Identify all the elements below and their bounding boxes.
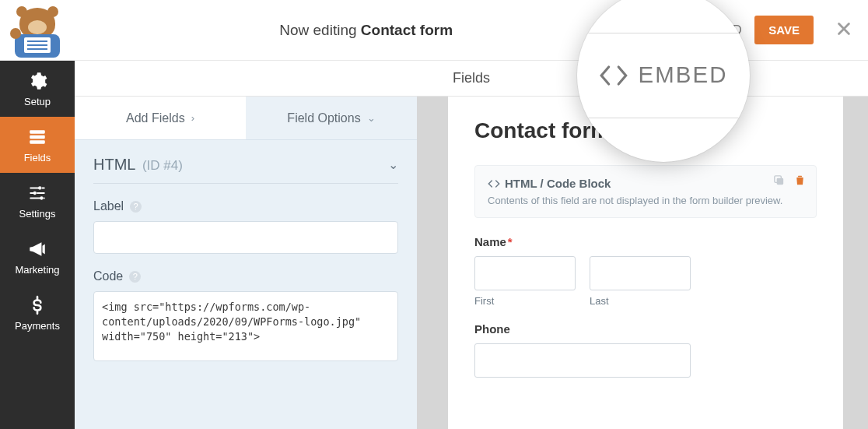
html-code-block[interactable]: HTML / Code Block Contents of this field… (474, 165, 817, 218)
tabs: Add Fields › Field Options ⌄ (75, 97, 417, 140)
sidenav: Setup Fields Settings Marketing Payments (0, 61, 75, 429)
label-heading: Label ? (93, 199, 398, 213)
field-options-panel: HTML (ID #4) ⌄ Label ? (75, 140, 417, 386)
svg-rect-4 (30, 140, 45, 143)
list-icon (27, 127, 47, 147)
gutter-left (417, 97, 448, 429)
sidenav-item-setup[interactable]: Setup (0, 61, 75, 117)
code-textarea[interactable] (93, 291, 398, 361)
gutter-right (843, 97, 868, 429)
duplicate-icon[interactable] (772, 174, 786, 187)
code-text: Code (93, 269, 123, 283)
phone-label: Phone (474, 322, 817, 336)
close-icon (835, 20, 852, 37)
sidenav-label: Settings (19, 208, 56, 220)
first-name-input[interactable] (474, 256, 576, 290)
required-mark: * (508, 235, 513, 248)
sidenav-label: Payments (15, 320, 60, 332)
trash-icon[interactable] (793, 174, 807, 187)
sidenav-label: Marketing (15, 264, 59, 276)
block-actions (772, 174, 807, 187)
editing-prefix: Now editing (279, 22, 361, 38)
chevron-down-icon: ⌄ (367, 112, 376, 124)
svg-point-6 (33, 191, 37, 194)
close-button[interactable] (835, 20, 852, 40)
save-button[interactable]: SAVE (754, 16, 814, 44)
sliders-icon (27, 183, 47, 203)
label-input[interactable] (93, 221, 398, 254)
svg-point-7 (40, 196, 43, 199)
label-text: Label (93, 199, 124, 213)
code-icon (488, 178, 500, 190)
sidenav-item-marketing[interactable]: Marketing (0, 229, 75, 285)
phone-field-row: Phone (474, 322, 817, 378)
label-field-group: Label ? (93, 199, 398, 254)
first-sublabel: First (474, 295, 576, 307)
svg-point-5 (38, 186, 41, 189)
name-inputs: First Last (474, 256, 817, 307)
svg-rect-8 (777, 178, 784, 185)
tab-label: Add Fields (126, 111, 185, 125)
columns: Add Fields › Field Options ⌄ HTML (ID #4… (75, 97, 868, 429)
bear-logo-illustration (7, 6, 68, 55)
help-icon[interactable]: ? (129, 271, 141, 283)
block-id: (ID #4) (142, 158, 183, 173)
gear-icon (27, 71, 47, 91)
sidenav-item-payments[interactable]: Payments (0, 285, 75, 341)
sidenav-item-fields[interactable]: Fields (0, 117, 75, 173)
magnifier-text: EMBED (639, 62, 728, 89)
tab-add-fields[interactable]: Add Fields › (75, 97, 246, 139)
help-icon[interactable]: ? (130, 201, 142, 213)
code-field-group: Code ? (93, 269, 398, 364)
sidenav-label: Setup (24, 96, 51, 107)
code-heading: Code ? (93, 269, 398, 283)
tab-label: Field Options (287, 111, 360, 125)
html-block-desc: Contents of this field are not displayed… (488, 195, 803, 206)
tab-field-options[interactable]: Field Options ⌄ (246, 97, 417, 139)
sidenav-item-settings[interactable]: Settings (0, 173, 75, 229)
fields-header-text: Fields (453, 70, 490, 86)
panel: Fields Add Fields › Field Options ⌄ (75, 61, 868, 429)
sidenav-label: Fields (24, 152, 51, 164)
chevron-down-icon: ⌄ (388, 157, 398, 172)
svg-rect-3 (30, 135, 45, 138)
last-sublabel: Last (590, 295, 691, 307)
options-header[interactable]: HTML (ID #4) ⌄ (93, 156, 398, 184)
dollar-icon (27, 295, 47, 315)
name-field-row: Name* First Last (474, 235, 817, 307)
html-block-title-text: HTML / Code Block (505, 177, 611, 190)
code-icon (599, 61, 628, 90)
phone-input[interactable] (474, 343, 691, 378)
name-label-text: Name (474, 235, 506, 248)
save-label: SAVE (768, 23, 800, 37)
chevron-right-icon: › (191, 112, 194, 124)
last-name-input[interactable] (590, 256, 691, 290)
megaphone-icon (27, 239, 47, 259)
app-logo (0, 0, 75, 61)
editing-title: Now editing Contact form (75, 22, 657, 39)
svg-rect-2 (30, 130, 45, 133)
name-label: Name* (474, 235, 817, 248)
html-block-title: HTML / Code Block (488, 177, 803, 190)
left-column: Add Fields › Field Options ⌄ HTML (ID #4… (75, 97, 417, 429)
block-type-name: HTML (93, 156, 135, 173)
editing-form-name: Contact form (361, 22, 453, 38)
